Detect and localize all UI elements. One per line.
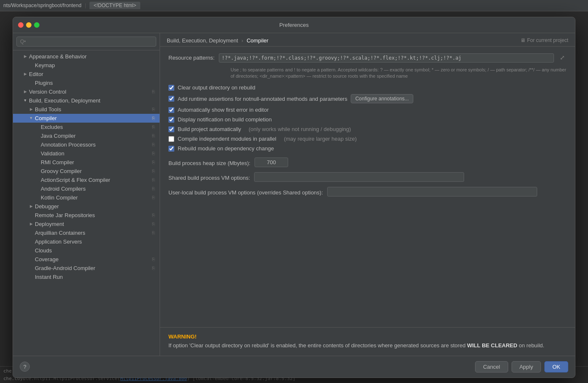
sidebar-item-label: Groovy Compiler — [41, 168, 82, 174]
arrow-right-icon: ▶ — [22, 53, 28, 59]
footer-left: ? — [20, 362, 30, 372]
compile-parallel-checkbox[interactable] — [168, 136, 174, 142]
copy-icon: ⎘ — [150, 221, 156, 227]
close-button[interactable] — [18, 22, 24, 28]
sidebar-item-keymap[interactable]: ▶ Keymap — [13, 61, 160, 70]
sidebar-item-label: Build Tools — [35, 106, 61, 113]
sidebar-item-build-exec[interactable]: ▼ Build, Execution, Deployment — [13, 96, 160, 105]
sidebar-item-compiler[interactable]: ▼ Compiler ⎘ — [13, 114, 160, 123]
warning-box: WARNING! If option 'Clear output directo… — [160, 327, 575, 356]
runtime-assertions-label[interactable]: Add runtime assertions for notnull-annot… — [178, 96, 347, 102]
shared-vm-input[interactable] — [254, 172, 464, 182]
build-auto-checkbox[interactable] — [168, 126, 174, 132]
cancel-button[interactable]: Cancel — [475, 361, 508, 373]
arrow-down-icon: ▼ — [28, 115, 34, 121]
sidebar-item-label: Deployment — [35, 221, 64, 227]
sidebar-item-remote-jar[interactable]: ▶ Remote Jar Repositories ⎘ — [13, 211, 160, 220]
help-button[interactable]: ? — [20, 362, 30, 372]
sidebar-item-kotlin-compiler[interactable]: ▶ Kotlin Compiler ⎘ — [13, 193, 160, 202]
sidebar: ▶ Appearance & Behavior ▶ Keymap ▶ Edito… — [13, 33, 160, 356]
sidebar-item-java-compiler[interactable]: ▶ Java Compiler ⎘ — [13, 131, 160, 140]
maximize-button[interactable] — [34, 22, 39, 28]
sidebar-item-label: Kotlin Compiler — [41, 194, 78, 201]
sidebar-item-label: Java Compiler — [41, 133, 76, 139]
shared-vm-label: Shared build process VM options: — [168, 173, 250, 181]
apply-button[interactable]: Apply — [512, 361, 541, 373]
preferences-dialog: Preferences ▶ Appearance & Behavior ▶ — [13, 17, 575, 378]
for-current-project-badge: 🖥 For current project — [520, 37, 568, 43]
checkbox-clear-output-row: Clear output directory on rebuild — [168, 84, 567, 91]
sidebar-item-gradle-android[interactable]: ▶ Gradle-Android Compiler ⎘ — [13, 264, 160, 273]
sidebar-item-annotation-processors[interactable]: ▶ Annotation Processors ⎘ — [13, 140, 160, 149]
sidebar-item-label: Editor — [29, 71, 43, 77]
sidebar-item-groovy-compiler[interactable]: ▶ Groovy Compiler ⎘ — [13, 167, 160, 176]
sidebar-item-label: Application Servers — [35, 239, 82, 245]
sidebar-item-instant-run[interactable]: ▶ Instant Run — [13, 273, 160, 281]
rebuild-dependency-label[interactable]: Rebuild module on dependency change — [178, 145, 274, 152]
search-input[interactable] — [16, 37, 156, 47]
sidebar-item-android-compilers[interactable]: ▶ Android Compilers ⎘ — [13, 184, 160, 193]
expand-resource-button[interactable]: ⤢ — [558, 53, 567, 62]
configure-annotations-button[interactable]: Configure annotations... — [351, 94, 413, 103]
dialog-titlebar: Preferences — [13, 17, 575, 33]
ok-button[interactable]: OK — [544, 361, 568, 373]
breadcrumb-separator: › — [242, 37, 243, 44]
sidebar-tree: ▶ Appearance & Behavior ▶ Keymap ▶ Edito… — [13, 50, 160, 356]
copy-icon: ⎘ — [150, 265, 156, 271]
copy-icon: ⎘ — [150, 106, 156, 112]
copy-icon: ⎘ — [150, 177, 156, 183]
sidebar-item-plugins[interactable]: ▶ Plugins — [13, 79, 160, 87]
sidebar-item-label: Annotation Processors — [41, 142, 96, 148]
runtime-assertions-checkbox[interactable] — [168, 96, 174, 102]
sidebar-item-clouds[interactable]: ▶ Clouds — [13, 246, 160, 255]
sidebar-item-label: Arquillian Containers — [35, 230, 85, 236]
sidebar-item-arquillian[interactable]: ▶ Arquillian Containers ⎘ — [13, 228, 160, 237]
content-header: Build, Execution, Deployment › Compiler … — [160, 33, 575, 47]
display-notification-checkbox[interactable] — [168, 117, 174, 123]
resource-patterns-label: Resource patterns: — [168, 53, 215, 61]
project-icon: 🖥 — [520, 37, 525, 43]
compile-parallel-note: (may require larger heap size) — [284, 136, 357, 142]
sidebar-item-rmi-compiler[interactable]: ▶ RMI Compiler ⎘ — [13, 158, 160, 167]
sidebar-item-build-tools[interactable]: ▶ Build Tools ⎘ — [13, 105, 160, 114]
sidebar-item-actionscript[interactable]: ▶ ActionScript & Flex Compiler ⎘ — [13, 176, 160, 184]
checkbox-compile-parallel-row: Compile independent modules in parallel … — [168, 136, 567, 142]
user-vm-input[interactable] — [327, 187, 537, 197]
user-vm-row: User-local build process VM options (ove… — [168, 187, 567, 197]
sidebar-item-label: Remote Jar Repositories — [35, 212, 95, 218]
sidebar-item-label: Plugins — [35, 80, 53, 86]
sidebar-item-debugger[interactable]: ▶ Debugger — [13, 202, 160, 211]
copy-icon: ⎘ — [150, 115, 156, 121]
show-first-error-label[interactable]: Automatically show first error in editor — [178, 107, 269, 113]
clear-output-label[interactable]: Clear output directory on rebuild — [178, 84, 255, 91]
window-controls — [18, 22, 39, 28]
sidebar-item-version-control[interactable]: ▶ Version Control ⎘ — [13, 87, 160, 96]
rebuild-dependency-checkbox[interactable] — [168, 146, 174, 152]
dialog-overlay: Preferences ▶ Appearance & Behavior ▶ — [0, 11, 588, 383]
checkbox-show-error-row: Automatically show first error in editor — [168, 107, 567, 113]
sidebar-item-editor[interactable]: ▶ Editor — [13, 70, 160, 79]
sidebar-item-label: Excludes — [41, 124, 63, 130]
arrow-right-icon: ▶ — [28, 106, 34, 112]
sidebar-item-deployment[interactable]: ▶ Deployment ⎘ — [13, 220, 160, 228]
sidebar-item-appearance[interactable]: ▶ Appearance & Behavior — [13, 52, 160, 61]
sidebar-item-excludes[interactable]: ▶ Excludes ⎘ — [13, 123, 160, 131]
heap-size-input[interactable] — [255, 157, 288, 167]
editor-tab[interactable]: <!DOCTYPE html> — [89, 2, 140, 9]
sidebar-item-coverage[interactable]: ▶ Coverage ⎘ — [13, 255, 160, 264]
sidebar-item-label: Debugger — [35, 203, 59, 210]
dialog-body: ▶ Appearance & Behavior ▶ Keymap ▶ Edito… — [13, 33, 575, 356]
copy-icon: ⎘ — [150, 230, 156, 236]
warning-text: If option 'Clear output directory on reb… — [168, 341, 567, 350]
minimize-button[interactable] — [26, 22, 32, 28]
sidebar-item-app-servers[interactable]: ▶ Application Servers — [13, 237, 160, 246]
compile-parallel-label[interactable]: Compile independent modules in parallel — [178, 136, 276, 142]
build-auto-note: (only works while not running / debuggin… — [249, 126, 351, 132]
show-first-error-checkbox[interactable] — [168, 107, 174, 113]
resource-patterns-input[interactable] — [219, 53, 554, 63]
checkbox-display-notification-row: Display notification on build completion — [168, 116, 567, 123]
sidebar-item-validation[interactable]: ▶ Validation ⎘ — [13, 149, 160, 158]
build-auto-label[interactable]: Build project automatically — [178, 126, 241, 132]
clear-output-checkbox[interactable] — [168, 85, 174, 91]
display-notification-label[interactable]: Display notification on build completion — [178, 116, 272, 123]
